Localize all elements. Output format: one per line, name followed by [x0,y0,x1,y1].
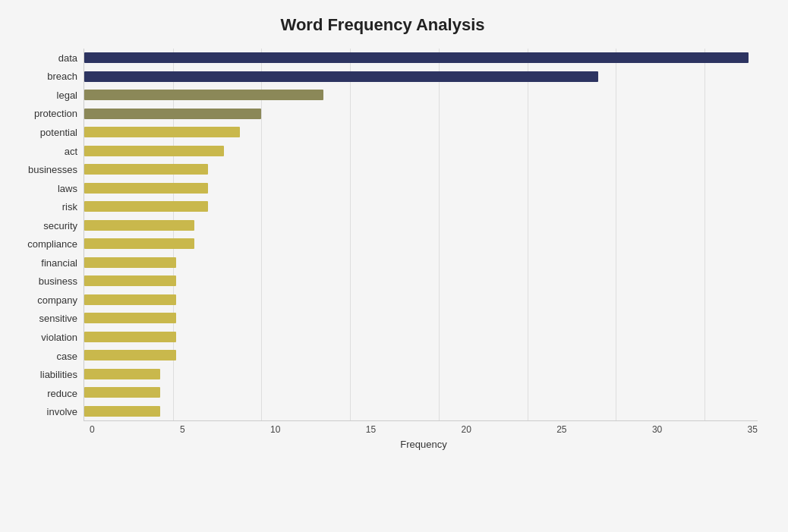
y-label-risk: risk [62,202,77,212]
y-label-financial: financial [41,258,77,268]
x-tick-15: 15 [366,424,376,435]
bar-liabilities [84,369,160,379]
bar-row-involve [84,402,758,421]
bar-risk [84,201,208,212]
bar-row-potential [84,123,758,142]
bar-involve [84,406,160,417]
bar-row-compliance [84,235,758,253]
y-label-sensitive: sensitive [39,313,77,323]
y-label-liabilities: liabilities [40,370,77,379]
bar-row-protection [84,105,758,124]
y-label-laws: laws [58,184,77,194]
y-label-security: security [43,221,77,231]
bar-company [84,294,176,305]
bar-business [84,275,176,286]
bar-row-reduce [84,383,758,402]
y-labels: databreachlegalprotectionpotentialactbus… [8,49,84,421]
chart-container: Word Frequency Analysis databreachlegalp… [0,0,788,532]
y-label-reduce: reduce [47,389,77,398]
bar-row-risk [84,197,758,216]
y-label-protection: protection [34,109,77,118]
x-tick-25: 25 [556,424,566,435]
y-label-case: case [57,351,77,361]
x-axis: 05101520253035 [90,424,758,435]
bar-row-case [84,346,758,365]
bar-row-business [84,272,758,291]
bar-breach [84,71,598,82]
bar-row-data [84,49,758,68]
bar-row-company [84,291,758,310]
bar-legal [84,90,323,100]
x-axis-label: Frequency [90,439,758,450]
bar-row-legal [84,86,758,105]
x-tick-20: 20 [461,424,471,435]
bar-sensitive [84,313,176,323]
bar-businesses [84,164,208,175]
bar-row-sensitive [84,309,758,328]
y-label-involve: involve [47,407,77,417]
bar-violation [84,332,176,342]
y-label-act: act [65,146,77,156]
y-label-legal: legal [57,90,77,100]
x-tick-10: 10 [270,424,280,435]
bar-potential [84,127,240,137]
bar-act [84,146,224,156]
y-label-company: company [37,295,77,305]
x-tick-5: 5 [180,424,185,435]
bar-compliance [84,238,194,249]
bar-protection [84,109,261,119]
bar-reduce [84,387,160,398]
bar-case [84,350,176,360]
bar-laws [84,183,208,194]
bar-row-financial [84,253,758,272]
y-label-data: data [58,53,77,63]
bar-data [84,52,749,63]
bar-row-liabilities [84,365,758,384]
bar-row-security [84,216,758,235]
x-tick-0: 0 [90,424,95,435]
y-label-compliance: compliance [27,239,77,249]
bar-row-businesses [84,160,758,179]
y-label-breach: breach [47,71,77,81]
bar-row-violation [84,328,758,347]
bar-row-laws [84,179,758,198]
y-label-violation: violation [41,332,77,342]
bar-financial [84,257,176,268]
y-label-business: business [39,276,77,286]
x-tick-30: 30 [652,424,662,435]
y-label-businesses: businesses [28,165,77,175]
bar-security [84,220,194,231]
plot-area [84,49,758,421]
chart-area: databreachlegalprotectionpotentialactbus… [8,49,758,421]
x-tick-35: 35 [748,424,758,435]
bar-row-act [84,142,758,161]
bar-row-breach [84,68,758,87]
y-label-potential: potential [40,127,77,137]
chart-title: Word Frequency Analysis [8,15,758,35]
